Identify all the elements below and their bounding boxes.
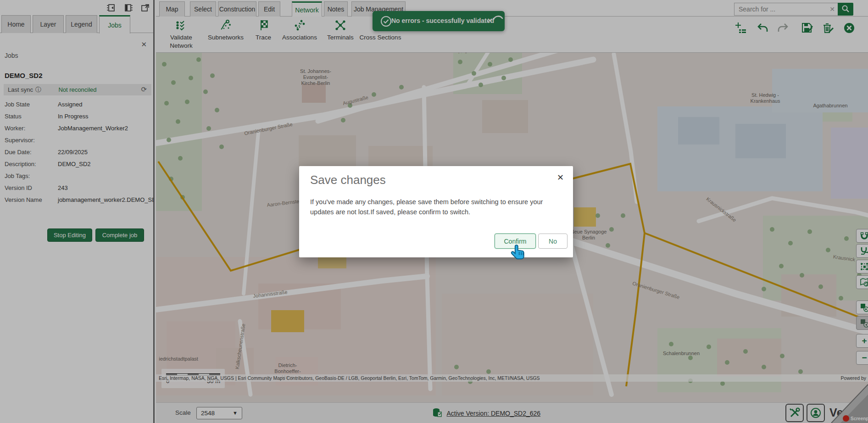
save-changes-dialog: Save changes ✕ If you've made any change… [299,166,573,257]
confirm-button[interactable]: Confirm [495,234,536,249]
dialog-body-text: If you've made any changes, please save … [310,197,563,217]
dialog-close-icon[interactable]: ✕ [557,173,564,183]
dialog-title: Save changes [310,173,386,187]
no-button[interactable]: No [538,234,568,249]
